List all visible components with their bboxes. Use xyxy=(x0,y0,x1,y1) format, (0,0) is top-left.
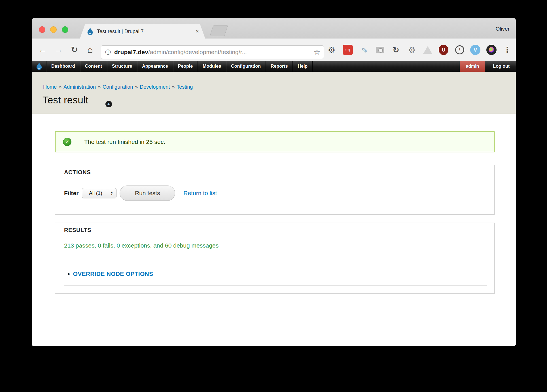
breadcrumb-separator: » xyxy=(170,84,177,90)
zoom-window-icon[interactable] xyxy=(62,26,68,33)
override-node-options-label[interactable]: OVERRIDE NODE OPTIONS xyxy=(73,270,153,277)
toolbar-user-admin[interactable]: admin xyxy=(460,61,485,72)
reload-icon[interactable]: ↻ xyxy=(69,39,80,61)
close-window-icon[interactable] xyxy=(39,26,45,33)
toolbar-spacer xyxy=(313,61,460,72)
breadcrumb-separator: » xyxy=(96,84,103,90)
filter-select[interactable]: All (1) ▲ ▼ xyxy=(82,188,116,198)
return-to-list-link[interactable]: Return to list xyxy=(183,190,217,197)
breadcrumb-configuration[interactable]: Configuration xyxy=(103,84,133,90)
toolbar-item-configuration[interactable]: Configuration xyxy=(226,61,266,72)
filter-label: Filter xyxy=(64,190,79,197)
drive-icon[interactable] xyxy=(421,44,434,56)
tab-bar: Test result | Drupal 7 × Oliver xyxy=(32,18,516,39)
filter-select-value: All (1) xyxy=(82,190,109,196)
drupal-favicon-icon xyxy=(87,27,94,35)
toolbar-item-modules[interactable]: Modules xyxy=(198,61,226,72)
drupal-logo-icon xyxy=(36,62,42,70)
actions-heading: ACTIONS xyxy=(64,169,91,176)
select-arrows-icon: ▲ ▼ xyxy=(109,191,115,195)
page-content: ✓ The test run finished in 25 sec. ACTIO… xyxy=(32,114,516,346)
toolbar-logout[interactable]: Log out xyxy=(489,61,514,72)
keyhole-icon[interactable]: ! xyxy=(453,44,466,56)
url-host: drupal7.dev xyxy=(114,49,148,56)
page-info-icon[interactable]: ⓘ xyxy=(105,48,111,56)
browser-window: Test result | Drupal 7 × Oliver ← → ↻ ⌂ … xyxy=(32,18,516,346)
collapsed-arrow-icon: ▸ xyxy=(68,271,71,277)
toolbar-item-content[interactable]: Content xyxy=(80,61,107,72)
url-path: /admin/config/development/testing/r... xyxy=(148,49,247,56)
settings-gear-icon[interactable]: ⚙ xyxy=(325,44,338,56)
status-message-text: The test run finished in 25 sec. xyxy=(84,139,165,145)
results-panel: RESULTS 213 passes, 0 fails, 0 exception… xyxy=(55,223,495,294)
adblock-gear-icon[interactable]: ⚙ xyxy=(406,44,418,56)
toolbar-item-reports[interactable]: Reports xyxy=(266,61,293,72)
run-tests-button[interactable]: Run tests xyxy=(120,186,175,201)
toolbar-item-structure[interactable]: Structure xyxy=(107,61,137,72)
toolbar-item-help[interactable]: Help xyxy=(293,61,313,72)
drupal-admin-toolbar: Dashboard Content Structure Appearance P… xyxy=(32,61,516,72)
add-shortcut-icon[interactable]: + xyxy=(105,101,112,107)
breadcrumb-home[interactable]: Home xyxy=(43,84,57,90)
v-badge-icon[interactable]: V xyxy=(469,44,482,56)
browser-profile-name[interactable]: Oliver xyxy=(495,18,510,39)
drupal-home-button[interactable] xyxy=(32,61,46,72)
eyedropper-icon[interactable]: ✎ xyxy=(358,44,370,56)
page-title: Test result xyxy=(43,94,88,106)
actions-panel: ACTIONS Filter All (1) ▲ ▼ Run tests Ret… xyxy=(55,165,495,215)
password-manager-icon[interactable]: •••| xyxy=(342,44,354,56)
results-summary: 213 passes, 0 fails, 0 exceptions, and 6… xyxy=(64,242,219,249)
sync-icon[interactable]: ↻ xyxy=(390,44,402,56)
breadcrumb-separator: » xyxy=(57,84,63,90)
camera-icon[interactable] xyxy=(374,44,386,56)
breadcrumb-development[interactable]: Development xyxy=(140,84,170,90)
bookmark-star-icon[interactable]: ☆ xyxy=(314,48,320,57)
select-down-icon: ▼ xyxy=(111,193,113,195)
browser-menu-icon[interactable]: ⋮ xyxy=(501,44,514,56)
page-header: Home»Administration»Configuration»Develo… xyxy=(32,72,516,114)
breadcrumb-testing[interactable]: Testing xyxy=(177,84,193,90)
breadcrumb: Home»Administration»Configuration»Develo… xyxy=(43,84,193,90)
browser-tab[interactable]: Test result | Drupal 7 × xyxy=(80,24,205,39)
status-ok-icon: ✓ xyxy=(63,138,71,146)
browser-navbar: ← → ↻ ⌂ ⓘ drupal7.dev /admin/config/deve… xyxy=(32,39,516,61)
override-node-options-fieldset[interactable]: ▸ OVERRIDE NODE OPTIONS xyxy=(64,262,487,286)
toolbar-item-appearance[interactable]: Appearance xyxy=(137,61,173,72)
forward-icon: → xyxy=(53,39,64,61)
breadcrumb-administration[interactable]: Administration xyxy=(63,84,96,90)
new-tab-button[interactable] xyxy=(210,25,228,36)
ublock-icon[interactable]: U xyxy=(437,44,450,56)
home-icon[interactable]: ⌂ xyxy=(84,39,96,61)
filter-row: Filter All (1) ▲ ▼ Run tests Return to l… xyxy=(64,186,217,201)
results-heading: RESULTS xyxy=(64,227,91,233)
toolbar-item-dashboard[interactable]: Dashboard xyxy=(46,61,80,72)
minimize-window-icon[interactable] xyxy=(50,26,57,33)
status-message: ✓ The test run finished in 25 sec. xyxy=(55,131,495,152)
tab-title: Test result | Drupal 7 xyxy=(97,24,144,39)
tab-close-icon[interactable]: × xyxy=(196,24,199,39)
address-bar[interactable]: ⓘ drupal7.dev /admin/config/development/… xyxy=(101,45,324,59)
breadcrumb-separator: » xyxy=(133,84,140,90)
desktop-background: Test result | Drupal 7 × Oliver ← → ↻ ⌂ … xyxy=(0,0,547,392)
back-icon[interactable]: ← xyxy=(37,39,48,61)
camera-lens-icon[interactable] xyxy=(485,44,498,56)
toolbar-item-people[interactable]: People xyxy=(173,61,198,72)
